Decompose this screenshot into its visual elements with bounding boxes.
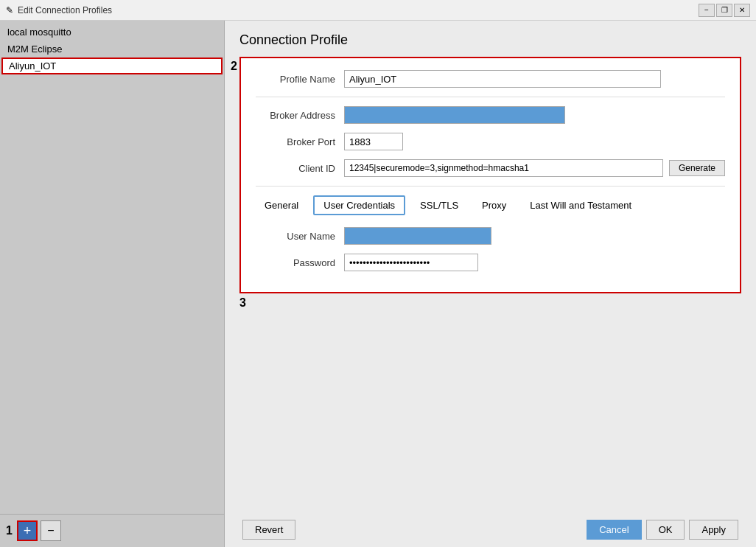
annotation-2-badge: 2 bbox=[231, 60, 237, 73]
sidebar-item-m2m-eclipse[interactable]: M2M Eclipse bbox=[0, 41, 224, 58]
app-icon: ✎ bbox=[6, 5, 13, 15]
annotation-3-badge: 3 bbox=[239, 296, 741, 310]
client-id-label: Client ID bbox=[256, 163, 344, 174]
separator-2 bbox=[256, 186, 725, 187]
broker-address-input[interactable] bbox=[344, 106, 565, 124]
client-id-field-group: Generate bbox=[344, 159, 725, 177]
close-button[interactable]: ✕ bbox=[734, 4, 750, 17]
username-input[interactable] bbox=[344, 227, 491, 245]
username-label: User Name bbox=[256, 231, 344, 242]
title-bar-left: ✎ Edit Connection Profiles bbox=[6, 5, 112, 15]
profile-box: Profile Name Broker Address Broker Port … bbox=[239, 57, 741, 293]
tab-user-credentials[interactable]: User Credentials bbox=[313, 195, 405, 215]
sidebar-item-aliyun-iot[interactable]: Aliyun_IOT bbox=[1, 58, 223, 74]
client-id-row: Client ID Generate bbox=[256, 159, 725, 177]
annotation-1-badge: 1 bbox=[6, 524, 13, 537]
profile-name-row: Profile Name bbox=[256, 70, 725, 88]
sidebar-item-local-mosquitto[interactable]: local mosquitto bbox=[0, 24, 224, 41]
restore-button[interactable]: ❐ bbox=[716, 4, 732, 17]
minimize-button[interactable]: − bbox=[699, 4, 715, 17]
bottom-bar: Revert Cancel OK Apply bbox=[239, 511, 741, 547]
separator-1 bbox=[256, 97, 725, 97]
broker-address-label: Broker Address bbox=[256, 110, 344, 121]
revert-button[interactable]: Revert bbox=[242, 520, 295, 540]
broker-address-row: Broker Address bbox=[256, 106, 725, 124]
username-row: User Name bbox=[256, 227, 725, 245]
bottom-left: Revert bbox=[242, 520, 295, 540]
main-layout: local mosquitto M2M Eclipse Aliyun_IOT 2… bbox=[0, 21, 756, 547]
tab-ssl-tls[interactable]: SSL/TLS bbox=[411, 197, 467, 214]
tab-proxy[interactable]: Proxy bbox=[473, 197, 515, 214]
password-row: Password bbox=[256, 254, 725, 271]
broker-port-input[interactable] bbox=[344, 133, 403, 150]
broker-port-label: Broker Port bbox=[256, 136, 344, 147]
apply-button[interactable]: Apply bbox=[689, 520, 738, 540]
bottom-right: Cancel OK Apply bbox=[587, 520, 738, 540]
password-label: Password bbox=[256, 257, 344, 268]
right-panel: Connection Profile Profile Name Broker A… bbox=[225, 21, 756, 547]
left-bottom: 1 + − bbox=[0, 514, 224, 547]
password-input[interactable] bbox=[344, 254, 478, 271]
window-title: Edit Connection Profiles bbox=[18, 5, 112, 15]
broker-port-row: Broker Port bbox=[256, 133, 725, 150]
title-bar: ✎ Edit Connection Profiles − ❐ ✕ bbox=[0, 0, 756, 21]
cancel-button[interactable]: Cancel bbox=[587, 520, 641, 540]
add-profile-button[interactable]: + bbox=[17, 520, 38, 541]
profile-list: local mosquitto M2M Eclipse Aliyun_IOT 2 bbox=[0, 21, 224, 514]
title-bar-controls: − ❐ ✕ bbox=[699, 4, 750, 17]
generate-button[interactable]: Generate bbox=[669, 160, 725, 176]
tab-last-will[interactable]: Last Will and Testament bbox=[521, 197, 640, 214]
client-id-input[interactable] bbox=[344, 159, 663, 177]
section-title: Connection Profile bbox=[239, 32, 741, 48]
tab-general[interactable]: General bbox=[256, 197, 307, 214]
remove-profile-button[interactable]: − bbox=[41, 520, 61, 541]
tabs-row: General User Credentials SSL/TLS Proxy L… bbox=[256, 195, 725, 215]
profile-name-input[interactable] bbox=[344, 70, 661, 88]
left-panel: local mosquitto M2M Eclipse Aliyun_IOT 2… bbox=[0, 21, 225, 547]
ok-button[interactable]: OK bbox=[646, 520, 685, 540]
profile-name-label: Profile Name bbox=[256, 74, 344, 85]
